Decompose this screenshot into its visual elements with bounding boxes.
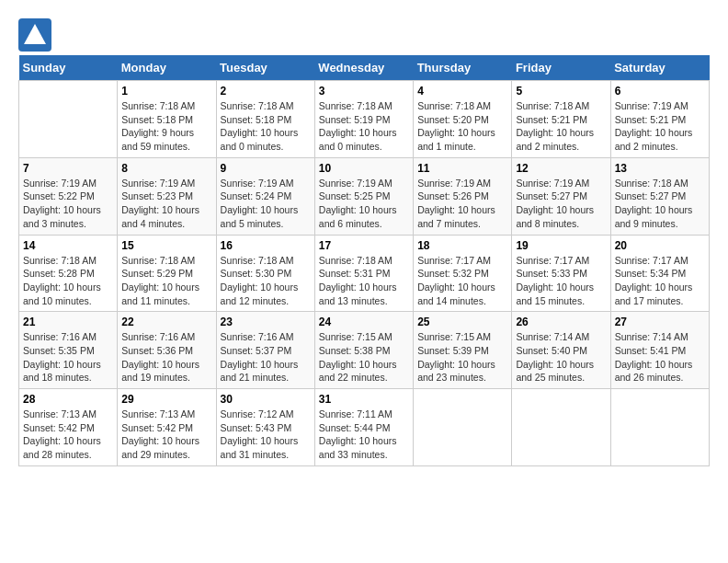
day-info: Sunrise: 7:19 AMSunset: 5:24 PMDaylight:…: [221, 177, 311, 231]
day-number: 12: [516, 162, 606, 175]
day-info: Sunrise: 7:16 AMSunset: 5:36 PMDaylight:…: [121, 330, 211, 385]
day-info: Sunrise: 7:13 AMSunset: 5:42 PMDaylight:…: [23, 408, 113, 462]
calendar-cell: 22 Sunrise: 7:16 AMSunset: 5:36 PMDaylig…: [118, 312, 216, 389]
calendar-cell: [19, 81, 118, 158]
day-info: Sunrise: 7:19 AMSunset: 5:26 PMDaylight:…: [417, 177, 507, 231]
day-number: 17: [319, 239, 409, 252]
day-info: Sunrise: 7:18 AMSunset: 5:19 PMDaylight:…: [319, 99, 409, 154]
day-number: 13: [615, 162, 705, 175]
calendar-cell: 23 Sunrise: 7:16 AMSunset: 5:37 PMDaylig…: [216, 312, 314, 389]
calendar-cell: 20 Sunrise: 7:17 AMSunset: 5:34 PMDaylig…: [610, 235, 709, 312]
day-info: Sunrise: 7:13 AMSunset: 5:42 PMDaylight:…: [121, 408, 211, 462]
calendar-cell: [610, 389, 709, 466]
weekday-header-wednesday: Wednesday: [314, 55, 413, 81]
day-info: Sunrise: 7:17 AMSunset: 5:34 PMDaylight:…: [615, 254, 705, 308]
calendar-cell: 15 Sunrise: 7:18 AMSunset: 5:29 PMDaylig…: [118, 235, 216, 312]
calendar-cell: 11 Sunrise: 7:19 AMSunset: 5:26 PMDaylig…: [414, 157, 512, 235]
day-number: 23: [221, 316, 311, 328]
day-number: 31: [319, 393, 409, 406]
day-info: Sunrise: 7:14 AMSunset: 5:40 PMDaylight:…: [516, 330, 606, 385]
day-info: Sunrise: 7:16 AMSunset: 5:37 PMDaylight:…: [221, 330, 311, 385]
calendar-cell: [414, 389, 512, 466]
calendar-cell: 27 Sunrise: 7:14 AMSunset: 5:41 PMDaylig…: [610, 312, 709, 389]
calendar-cell: 10 Sunrise: 7:19 AMSunset: 5:25 PMDaylig…: [314, 157, 413, 235]
day-number: 28: [23, 393, 113, 406]
calendar-cell: 6 Sunrise: 7:19 AMSunset: 5:21 PMDayligh…: [610, 81, 709, 158]
logo-icon: [18, 18, 51, 52]
day-number: 16: [221, 239, 311, 252]
day-number: 7: [23, 162, 113, 175]
day-info: Sunrise: 7:19 AMSunset: 5:21 PMDaylight:…: [615, 99, 705, 154]
calendar-cell: 19 Sunrise: 7:17 AMSunset: 5:33 PMDaylig…: [512, 235, 610, 312]
day-info: Sunrise: 7:18 AMSunset: 5:18 PMDaylight:…: [121, 99, 211, 154]
calendar-cell: 5 Sunrise: 7:18 AMSunset: 5:21 PMDayligh…: [512, 81, 610, 158]
day-info: Sunrise: 7:19 AMSunset: 5:23 PMDaylight:…: [121, 177, 211, 231]
day-number: 10: [319, 162, 409, 175]
calendar-cell: 14 Sunrise: 7:18 AMSunset: 5:28 PMDaylig…: [19, 235, 118, 312]
calendar-cell: 29 Sunrise: 7:13 AMSunset: 5:42 PMDaylig…: [118, 389, 216, 466]
calendar: SundayMondayTuesdayWednesdayThursdayFrid…: [18, 55, 710, 466]
day-number: 25: [417, 316, 507, 328]
calendar-cell: 26 Sunrise: 7:14 AMSunset: 5:40 PMDaylig…: [512, 312, 610, 389]
calendar-cell: 1 Sunrise: 7:18 AMSunset: 5:18 PMDayligh…: [118, 81, 216, 158]
day-number: 27: [615, 316, 705, 328]
weekday-header-sunday: Sunday: [19, 55, 118, 81]
week-row-2: 14 Sunrise: 7:18 AMSunset: 5:28 PMDaylig…: [19, 235, 710, 312]
day-number: 29: [121, 393, 211, 406]
day-number: 19: [516, 239, 606, 252]
calendar-cell: 30 Sunrise: 7:12 AMSunset: 5:43 PMDaylig…: [216, 389, 314, 466]
calendar-cell: 24 Sunrise: 7:15 AMSunset: 5:38 PMDaylig…: [314, 312, 413, 389]
day-info: Sunrise: 7:18 AMSunset: 5:20 PMDaylight:…: [417, 99, 507, 154]
day-info: Sunrise: 7:17 AMSunset: 5:32 PMDaylight:…: [417, 254, 507, 308]
day-number: 15: [121, 239, 211, 252]
calendar-cell: 16 Sunrise: 7:18 AMSunset: 5:30 PMDaylig…: [216, 235, 314, 312]
day-info: Sunrise: 7:18 AMSunset: 5:21 PMDaylight:…: [516, 99, 606, 154]
day-info: Sunrise: 7:14 AMSunset: 5:41 PMDaylight:…: [615, 330, 705, 385]
day-number: 14: [23, 239, 113, 252]
day-number: 4: [417, 85, 507, 98]
day-info: Sunrise: 7:19 AMSunset: 5:22 PMDaylight:…: [23, 177, 113, 231]
day-info: Sunrise: 7:17 AMSunset: 5:33 PMDaylight:…: [516, 254, 606, 308]
day-number: 8: [121, 162, 211, 175]
day-info: Sunrise: 7:19 AMSunset: 5:27 PMDaylight:…: [516, 177, 606, 231]
calendar-cell: 25 Sunrise: 7:15 AMSunset: 5:39 PMDaylig…: [414, 312, 512, 389]
day-info: Sunrise: 7:18 AMSunset: 5:30 PMDaylight:…: [221, 254, 311, 308]
day-info: Sunrise: 7:19 AMSunset: 5:25 PMDaylight:…: [319, 177, 409, 231]
calendar-cell: 3 Sunrise: 7:18 AMSunset: 5:19 PMDayligh…: [314, 81, 413, 158]
calendar-cell: 2 Sunrise: 7:18 AMSunset: 5:18 PMDayligh…: [216, 81, 314, 158]
day-info: Sunrise: 7:15 AMSunset: 5:38 PMDaylight:…: [319, 330, 409, 385]
day-number: 18: [417, 239, 507, 252]
week-row-3: 21 Sunrise: 7:16 AMSunset: 5:35 PMDaylig…: [19, 312, 710, 389]
day-info: Sunrise: 7:18 AMSunset: 5:29 PMDaylight:…: [121, 254, 211, 308]
calendar-cell: 17 Sunrise: 7:18 AMSunset: 5:31 PMDaylig…: [314, 235, 413, 312]
calendar-cell: [512, 389, 610, 466]
day-number: 24: [319, 316, 409, 328]
weekday-header-tuesday: Tuesday: [216, 55, 314, 81]
weekday-header-monday: Monday: [118, 55, 216, 81]
calendar-cell: 31 Sunrise: 7:11 AMSunset: 5:44 PMDaylig…: [314, 389, 413, 466]
week-row-1: 7 Sunrise: 7:19 AMSunset: 5:22 PMDayligh…: [19, 157, 710, 235]
day-number: 1: [121, 85, 211, 98]
calendar-cell: 8 Sunrise: 7:19 AMSunset: 5:23 PMDayligh…: [118, 157, 216, 235]
calendar-cell: 7 Sunrise: 7:19 AMSunset: 5:22 PMDayligh…: [19, 157, 118, 235]
day-number: 3: [319, 85, 409, 98]
day-info: Sunrise: 7:18 AMSunset: 5:28 PMDaylight:…: [23, 254, 113, 308]
week-row-0: 1 Sunrise: 7:18 AMSunset: 5:18 PMDayligh…: [19, 81, 710, 158]
calendar-cell: 12 Sunrise: 7:19 AMSunset: 5:27 PMDaylig…: [512, 157, 610, 235]
day-number: 22: [121, 316, 211, 328]
calendar-cell: 4 Sunrise: 7:18 AMSunset: 5:20 PMDayligh…: [414, 81, 512, 158]
day-number: 21: [23, 316, 113, 328]
day-number: 6: [615, 85, 705, 98]
day-number: 30: [221, 393, 311, 406]
day-number: 5: [516, 85, 606, 98]
day-info: Sunrise: 7:15 AMSunset: 5:39 PMDaylight:…: [417, 330, 507, 385]
day-info: Sunrise: 7:11 AMSunset: 5:44 PMDaylight:…: [319, 408, 409, 462]
day-info: Sunrise: 7:18 AMSunset: 5:18 PMDaylight:…: [221, 99, 311, 154]
calendar-cell: 28 Sunrise: 7:13 AMSunset: 5:42 PMDaylig…: [19, 389, 118, 466]
calendar-cell: 21 Sunrise: 7:16 AMSunset: 5:35 PMDaylig…: [19, 312, 118, 389]
week-row-4: 28 Sunrise: 7:13 AMSunset: 5:42 PMDaylig…: [19, 389, 710, 466]
day-info: Sunrise: 7:16 AMSunset: 5:35 PMDaylight:…: [23, 330, 113, 385]
day-number: 11: [417, 162, 507, 175]
day-info: Sunrise: 7:18 AMSunset: 5:31 PMDaylight:…: [319, 254, 409, 308]
weekday-header-friday: Friday: [512, 55, 610, 81]
